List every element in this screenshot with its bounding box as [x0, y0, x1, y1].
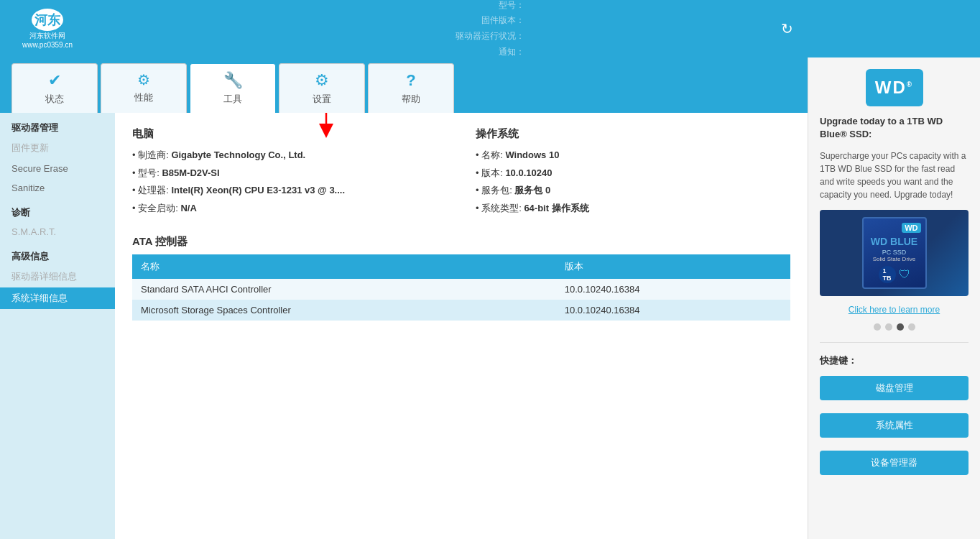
- service-pack-value: 服务包 0: [514, 185, 550, 195]
- os-section-title: 操作系统: [476, 127, 790, 141]
- computer-section-title: 电脑: [132, 127, 447, 141]
- computer-info-list: • 制造商: Gigabyte Technology Co., Ltd. • 型…: [132, 147, 447, 218]
- tab-performance[interactable]: ⚙ 性能: [101, 63, 187, 113]
- sidebar-and-main: 驱动器管理 固件更新 Secure Erase Sanitize 诊断 S.M.…: [0, 113, 808, 539]
- tab-tools[interactable]: 🔧 工具: [190, 63, 276, 113]
- controller-name-2: Microsoft Storage Spaces Controller: [132, 300, 556, 321]
- header-info: 型号： 固件版本： 驱动器运行状况： 通知：: [456, 0, 524, 60]
- disk-mgmt-button[interactable]: 磁盘管理: [820, 376, 969, 400]
- settings-icon: ⚙: [315, 71, 329, 90]
- sidebar-section-advanced: 高级信息: [0, 241, 115, 266]
- ad-ssd-type: PC SSD: [882, 249, 907, 256]
- ata-table-body: Standard SATA AHCI Controller 10.0.10240…: [132, 279, 790, 321]
- divider: [820, 342, 969, 343]
- wd-logo-box: WD®: [866, 69, 923, 106]
- info-row: 电脑 • 制造商: Gigabyte Technology Co., Ltd. …: [132, 127, 790, 218]
- os-name-value: Windows 10: [505, 149, 559, 160]
- model-label: 型号：: [456, 0, 524, 13]
- dot-2[interactable]: [885, 323, 892, 331]
- model-value: B85M-D2V-SI: [162, 167, 219, 178]
- ad-size-badge-area: 1TB 🛡: [879, 266, 910, 283]
- tab-status-label: 状态: [45, 93, 64, 106]
- computer-info-item: • 制造商: Gigabyte Technology Co., Ltd.: [132, 147, 447, 165]
- controller-version-1: 10.0.10240.16384: [556, 279, 790, 300]
- ad-title: Upgrade today to a 1TB WD Blue® SSD:: [820, 115, 969, 141]
- help-icon: ?: [406, 71, 415, 90]
- sidebar-section-drive-mgmt: 驱动器管理: [0, 113, 115, 137]
- table-row: Standard SATA AHCI Controller 10.0.10240…: [132, 279, 790, 300]
- ad-box: WD WD BLUE PC SSD Solid State Drive 1TB …: [862, 217, 927, 289]
- computer-info-col: 电脑 • 制造商: Gigabyte Technology Co., Ltd. …: [132, 127, 447, 218]
- dot-1[interactable]: [874, 323, 881, 331]
- tab-status[interactable]: ✔ 状态: [11, 63, 98, 113]
- learn-more-link[interactable]: Click here to learn more: [820, 305, 969, 315]
- os-type-value: 64-bit 操作系统: [524, 203, 588, 213]
- quick-links-title: 快捷键：: [820, 354, 969, 367]
- ad-description: Supercharge your PCs capacity with a 1TB…: [820, 149, 969, 201]
- main-layout: ✔ 状态 ⚙ 性能 🔧 工具 ⚙ 设置 ? 帮助: [0, 57, 980, 539]
- main-content: 电脑 • 制造商: Gigabyte Technology Co., Ltd. …: [115, 113, 808, 539]
- tab-settings[interactable]: ⚙ 设置: [279, 63, 365, 113]
- refresh-button[interactable]: ↻: [781, 20, 793, 37]
- wd-logo-text: WD®: [875, 78, 913, 98]
- computer-info-item: • 安全启动: N/A: [132, 200, 447, 218]
- sidebar-item-drive-details[interactable]: 驱动器详细信息: [0, 266, 115, 287]
- ata-section: ATA 控制器 名称 版本 Standard SATA AHCI Control…: [132, 235, 790, 321]
- tab-performance-label: 性能: [134, 91, 153, 104]
- controller-version-2: 10.0.10240.16384: [556, 300, 790, 321]
- performance-icon: ⚙: [137, 71, 150, 88]
- ata-table-header: 名称 版本: [132, 254, 790, 279]
- right-panel: WD® Upgrade today to a 1TB WD Blue® SSD:…: [808, 57, 980, 539]
- os-info-item: • 系统类型: 64-bit 操作系统: [476, 200, 790, 218]
- cpu-value: Intel(R) Xeon(R) CPU E3-1231 v3 @ 3....: [171, 185, 345, 195]
- os-version-value: 10.0.10240: [505, 167, 552, 178]
- tools-icon: 🔧: [223, 71, 243, 90]
- os-info-list: • 名称: Windows 10 • 版本: 10.0.10240 • 服务包:…: [476, 147, 790, 218]
- firmware-label: 固件版本：: [456, 13, 524, 29]
- manufacturer-value: Gigabyte Technology Co., Ltd.: [171, 149, 305, 160]
- sidebar: 驱动器管理 固件更新 Secure Erase Sanitize 诊断 S.M.…: [0, 113, 115, 539]
- header: 河东 河东软件网 www.pc0359.cn 型号： 固件版本： 驱动器运行状况…: [0, 0, 980, 57]
- sys-props-button[interactable]: 系统属性: [820, 413, 969, 438]
- secure-boot-value: N/A: [180, 203, 196, 213]
- ad-solid-state: Solid State Drive: [873, 256, 916, 262]
- ad-size-badge: 1TB: [879, 266, 896, 283]
- dot-4[interactable]: [908, 323, 915, 331]
- os-info-col: 操作系统 • 名称: Windows 10 • 版本: 10.0.10240 •…: [476, 127, 790, 218]
- sidebar-item-system-details[interactable]: 系统详细信息: [0, 287, 115, 309]
- tabs-area: ✔ 状态 ⚙ 性能 🔧 工具 ⚙ 设置 ? 帮助: [0, 57, 808, 113]
- ad-wd-label: WD: [902, 223, 920, 233]
- os-info-item: • 名称: Windows 10: [476, 147, 790, 165]
- sidebar-item-secure-erase[interactable]: Secure Erase: [0, 159, 115, 178]
- logo-area: 河东 河东软件网 www.pc0359.cn: [11, 9, 83, 49]
- os-info-item: • 服务包: 服务包 0: [476, 182, 790, 200]
- tab-settings-label: 设置: [313, 93, 331, 106]
- driver-status-label: 驱动器运行状况：: [456, 29, 524, 45]
- tab-bar: ✔ 状态 ⚙ 性能 🔧 工具 ⚙ 设置 ? 帮助: [0, 63, 808, 113]
- col-version-header: 版本: [556, 254, 790, 279]
- sidebar-item-firmware-update[interactable]: 固件更新: [0, 137, 115, 159]
- tab-help[interactable]: ? 帮助: [368, 63, 454, 113]
- sidebar-item-sanitize[interactable]: Sanitize: [0, 178, 115, 198]
- ad-blue-label: WD BLUE: [871, 236, 917, 247]
- dev-mgr-button[interactable]: 设备管理器: [820, 451, 969, 475]
- status-check-icon: ✔: [48, 71, 61, 90]
- ad-image: WD WD BLUE PC SSD Solid State Drive 1TB …: [820, 210, 969, 296]
- wd-logo-container: WD®: [820, 69, 969, 106]
- col-name-header: 名称: [132, 254, 556, 279]
- ata-section-title: ATA 控制器: [132, 235, 790, 249]
- logo-circle: 河东: [32, 9, 63, 31]
- logo-image: 河东 河东软件网 www.pc0359.cn: [11, 9, 83, 49]
- sidebar-item-smart[interactable]: S.M.A.R.T.: [0, 222, 115, 241]
- logo-text: 河东软件网 www.pc0359.cn: [22, 31, 73, 49]
- carousel-dots: [820, 323, 969, 331]
- ata-table: 名称 版本 Standard SATA AHCI Controller 10.0…: [132, 254, 790, 321]
- computer-info-item: • 处理器: Intel(R) Xeon(R) CPU E3-1231 v3 @…: [132, 182, 447, 200]
- tab-tools-label: 工具: [223, 93, 242, 106]
- os-info-item: • 版本: 10.0.10240: [476, 165, 790, 183]
- controller-name-1: Standard SATA AHCI Controller: [132, 279, 556, 300]
- dot-3[interactable]: [897, 323, 904, 331]
- ad-wd-shield-icon: 🛡: [899, 268, 910, 281]
- left-area: ✔ 状态 ⚙ 性能 🔧 工具 ⚙ 设置 ? 帮助: [0, 57, 808, 539]
- computer-info-item: • 型号: B85M-D2V-SI: [132, 165, 447, 183]
